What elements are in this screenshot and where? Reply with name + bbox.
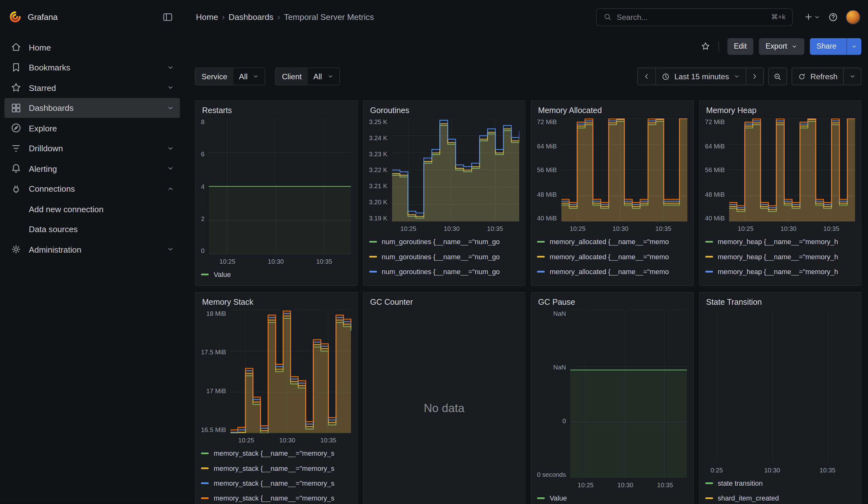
refresh-interval-button[interactable] — [843, 68, 861, 85]
search-input[interactable]: Search... ⌘+k — [596, 8, 793, 25]
legend-item[interactable]: num_goroutines {__name__="num_go — [369, 279, 519, 282]
panel-title[interactable]: Memory Heap — [705, 104, 855, 119]
timeseries-chart: 8642010:2510:3010:35 — [201, 119, 351, 266]
breadcrumb-dashboards[interactable]: Dashboards — [228, 12, 273, 22]
sidebar-item-administration[interactable]: Administration — [4, 239, 180, 260]
legend-item[interactable]: shard_item_created — [705, 491, 855, 504]
legend-item[interactable]: memory_stack {__name__="memory_s — [201, 476, 351, 491]
sidebar-toggle-button[interactable] — [160, 9, 175, 25]
sidebar-item-explore[interactable]: Explore — [4, 118, 180, 138]
x-tick-label: 10:25 — [738, 225, 753, 232]
no-data-message: No data — [369, 310, 519, 504]
sidebar-item-dashboards[interactable]: Dashboards — [4, 98, 180, 118]
sidebar-item-add-new-connection[interactable]: Add new connection — [4, 199, 180, 219]
chart-canvas[interactable] — [230, 310, 351, 433]
timeseries-chart: NaNNaN00 seconds10:2510:3010:35 — [537, 310, 687, 490]
chart-canvas[interactable] — [570, 310, 687, 478]
chart-canvas[interactable] — [710, 310, 855, 463]
panel-title[interactable]: Memory Allocated — [537, 104, 687, 119]
zoom-out-button[interactable] — [769, 68, 787, 85]
share-button[interactable]: Share — [810, 38, 861, 55]
legend-item[interactable]: memory_heap {__name__="memory_h — [705, 279, 855, 282]
legend-marker-icon — [201, 483, 209, 484]
avatar[interactable] — [846, 10, 860, 24]
sidebar-item-connections[interactable]: Connections — [4, 179, 180, 199]
y-tick-label: 4 — [201, 183, 205, 190]
filter-value-dropdown[interactable]: All — [308, 68, 339, 85]
sidebar-item-alerting[interactable]: Alerting — [4, 158, 180, 179]
legend-label: memory_heap {__name__="memory_h — [718, 253, 838, 261]
chart-canvas[interactable] — [561, 119, 687, 222]
y-tick-label: 40 MiB — [705, 215, 725, 222]
sidebar-item-label: Bookmarks — [29, 63, 70, 72]
x-axis: 10:2510:3010:35 — [230, 433, 351, 445]
chart-canvas[interactable] — [209, 119, 351, 254]
sidebar-item-label: Connections — [29, 184, 75, 194]
x-tick-label: 10:25 — [578, 482, 593, 488]
chevron-down-icon — [849, 73, 855, 80]
legend-item[interactable]: memory_heap {__name__="memory_h — [705, 234, 855, 249]
legend-item[interactable]: Value — [201, 267, 351, 282]
legend-item[interactable]: state transition — [705, 476, 855, 491]
panel-title[interactable]: Goroutines — [369, 104, 519, 119]
sidebar-item-drilldown[interactable]: Drilldown — [4, 138, 180, 158]
chart-canvas[interactable] — [729, 119, 855, 222]
main-content: Edit Export Share ServiceAllClientAll — [184, 34, 868, 504]
filter-service: ServiceAll — [195, 68, 265, 85]
legend-item[interactable]: num_goroutines {__name__="num_go — [369, 234, 519, 249]
panel-title[interactable]: State Transition — [705, 295, 855, 310]
zoom-group — [768, 68, 787, 85]
legend-item[interactable]: memory_heap {__name__="memory_h — [705, 264, 855, 279]
favorite-star-button[interactable] — [701, 42, 710, 51]
new-button[interactable] — [802, 10, 823, 24]
share-menu-button[interactable] — [847, 38, 861, 55]
chart-canvas[interactable] — [392, 119, 519, 222]
filter-value-dropdown[interactable]: All — [234, 68, 265, 85]
breadcrumb-separator-icon: › — [222, 12, 225, 22]
export-button[interactable]: Export — [759, 38, 804, 55]
legend-item[interactable]: memory_allocated {__name__="memo — [537, 249, 687, 264]
panel-title[interactable]: Restarts — [201, 104, 351, 119]
y-axis: 3.25 K3.24 K3.23 K3.22 K3.21 K3.20 K3.19… — [369, 119, 392, 222]
timeseries-chart: 3.25 K3.24 K3.23 K3.22 K3.21 K3.20 K3.19… — [369, 119, 519, 233]
legend-item[interactable]: memory_allocated {__name__="memo — [537, 234, 687, 249]
refresh-button[interactable]: Refresh — [792, 68, 843, 85]
breadcrumb-home[interactable]: Home — [196, 12, 218, 22]
apps-icon — [10, 102, 21, 113]
sidebar-item-label: Dashboards — [29, 103, 74, 113]
sidebar-item-data-sources[interactable]: Data sources — [4, 219, 180, 239]
search-shortcut: ⌘+k — [771, 13, 786, 21]
legend-item[interactable]: num_goroutines {__name__="num_go — [369, 249, 519, 264]
legend-item[interactable]: memory_allocated {__name__="memo — [537, 279, 687, 282]
panel-title[interactable]: GC Pause — [537, 295, 687, 310]
panel-title[interactable]: Memory Stack — [201, 295, 351, 310]
legend-item[interactable]: memory_stack {__name__="memory_s — [201, 461, 351, 475]
legend-marker-icon — [537, 256, 545, 257]
chevron-down-icon — [167, 144, 175, 152]
time-back-button[interactable] — [638, 68, 655, 85]
y-tick-label: 8 — [201, 119, 205, 125]
time-range-picker[interactable]: Last 15 minutes — [655, 68, 746, 85]
nav-actions — [793, 9, 868, 25]
help-button[interactable] — [826, 9, 840, 25]
time-forward-button[interactable] — [745, 68, 763, 85]
panel-title[interactable]: GC Counter — [369, 295, 519, 310]
grafana-logo-icon[interactable] — [9, 10, 21, 23]
legend-item[interactable]: memory_stack {__name__="memory_s — [201, 446, 351, 461]
legend-item[interactable]: num_goroutines {__name__="num_go — [369, 264, 519, 279]
sidebar-item-home[interactable]: Home — [4, 37, 180, 58]
filter-label: Client — [276, 68, 308, 85]
legend-item[interactable]: memory_stack {__name__="memory_s — [201, 491, 351, 504]
legend-item[interactable]: memory_allocated {__name__="memo — [537, 264, 687, 279]
legend-marker-icon — [537, 241, 545, 243]
legend-item[interactable]: memory_heap {__name__="memory_h — [705, 249, 855, 264]
shell: HomeBookmarksStarredDashboardsExploreDri… — [0, 34, 868, 504]
legend-label: num_goroutines {__name__="num_go — [382, 238, 500, 246]
legend-item[interactable]: Value — [537, 491, 687, 504]
sidebar-item-bookmarks[interactable]: Bookmarks — [4, 58, 180, 78]
edit-button[interactable]: Edit — [727, 38, 753, 55]
y-tick-label: 48 MiB — [537, 191, 557, 197]
sidebar-item-starred[interactable]: Starred — [4, 78, 180, 98]
legend-marker-icon — [705, 256, 713, 257]
plus-icon — [804, 12, 813, 22]
